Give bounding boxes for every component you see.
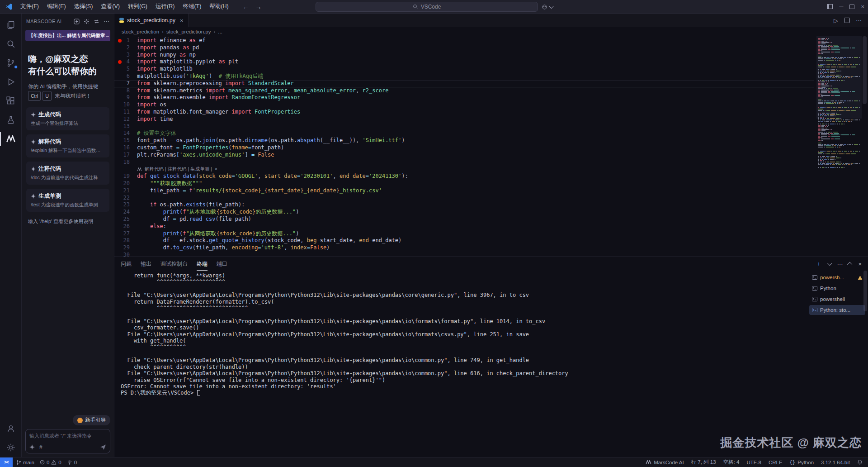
code-line[interactable]: 24 print(f"从本地加载{stock_code}的历史数据..."): [114, 209, 814, 216]
line-number-gutter[interactable]: 6: [114, 73, 137, 80]
context-hash-button[interactable]: #: [39, 444, 42, 450]
remote-indicator[interactable]: ><: [0, 457, 13, 467]
line-number-gutter[interactable]: 22: [114, 195, 137, 202]
quick-action-card[interactable]: 生成代码生成一个冒泡排序算法: [26, 107, 109, 130]
line-number-gutter[interactable]: 19: [114, 173, 137, 180]
line-number-gutter[interactable]: 13: [114, 123, 137, 130]
problems-indicator[interactable]: 0 0: [40, 460, 61, 465]
new-chat-icon[interactable]: [74, 19, 80, 24]
editor-scrollbar[interactable]: [863, 36, 867, 104]
code-line[interactable]: 3import numpy as np: [114, 52, 814, 59]
menu-item[interactable]: 转到(G): [124, 1, 151, 12]
code-line[interactable]: 27 print(f"从网络获取{stock_code}的历史数据..."): [114, 230, 814, 238]
code-line[interactable]: 12import time: [114, 116, 814, 123]
maximize-icon[interactable]: [849, 5, 854, 9]
breadcrumb-item[interactable]: stock_prediction.py: [166, 29, 211, 34]
terminal-list-item[interactable]: Python: [809, 283, 865, 293]
menu-item[interactable]: 帮助(H): [205, 1, 232, 12]
minimap[interactable]: [818, 38, 860, 257]
line-number-gutter[interactable]: 2: [114, 44, 137, 52]
status-item[interactable]: UTF-8: [746, 460, 761, 465]
branch-indicator[interactable]: main: [16, 460, 34, 465]
line-number-gutter[interactable]: 7: [114, 80, 137, 87]
terminal-list-item[interactable]: powersh...: [809, 272, 865, 282]
terminal-prompt[interactable]: PS D:\我的坚果云\VSCode>: [121, 390, 808, 396]
more-icon[interactable]: ⋯: [104, 18, 109, 25]
activity-run-debug[interactable]: [0, 72, 22, 91]
terminal-list-item[interactable]: powershell: [809, 294, 865, 304]
quick-action-card[interactable]: 注释代码/doc 为当前选中的代码生成注释: [26, 162, 109, 185]
toggle-sidebar-icon[interactable]: [827, 4, 833, 9]
code-line[interactable]: 20 """获取股票数据""": [114, 180, 814, 187]
activity-extensions[interactable]: [0, 91, 22, 110]
code-line[interactable]: 7from sklearn.preprocessing import Stand…: [114, 80, 814, 87]
line-number-gutter[interactable]: 27: [114, 230, 137, 238]
panel-close-icon[interactable]: ×: [858, 261, 862, 267]
run-file-icon[interactable]: ▷: [834, 17, 838, 24]
line-number-gutter[interactable]: 18: [114, 159, 137, 166]
editor-more-icon[interactable]: ⋯: [856, 17, 862, 24]
nav-forward-icon[interactable]: →: [255, 3, 262, 10]
line-number-gutter[interactable]: 25: [114, 216, 137, 223]
code-line[interactable]: 26 else:: [114, 223, 814, 230]
line-number-gutter[interactable]: 21: [114, 187, 137, 195]
code-line[interactable]: 21 file_path = f'results/{stock_code}_{s…: [114, 187, 814, 195]
terminal-scrollbar[interactable]: [863, 271, 867, 311]
panel-tab-3[interactable]: 终端: [197, 257, 208, 271]
breadcrumb-item[interactable]: ...: [218, 29, 222, 34]
breakpoint-icon[interactable]: [118, 60, 122, 64]
code-line[interactable]: 8from sklearn.metrics import mean_square…: [114, 87, 814, 95]
history-icon[interactable]: [94, 19, 99, 24]
menu-item[interactable]: 编辑(E): [43, 1, 70, 12]
status-item[interactable]: 空格: 4: [723, 459, 740, 466]
line-number-gutter[interactable]: 28: [114, 237, 137, 244]
status-item[interactable]: 行 7, 列 13: [691, 459, 716, 466]
terminal-list-item[interactable]: Python: sto...: [809, 305, 865, 315]
code-line[interactable]: 14# 设置中文字体: [114, 130, 814, 137]
code-line[interactable]: 11from matplotlib.font_manager import Fo…: [114, 109, 814, 116]
ports-indicator[interactable]: 0: [67, 460, 77, 465]
code-line[interactable]: 16custom_font = FontProperties(fname=fon…: [114, 144, 814, 152]
line-number-gutter[interactable]: 11: [114, 109, 137, 116]
code-line[interactable]: 10import os: [114, 101, 814, 109]
onboarding-button[interactable]: 新手引导: [73, 415, 110, 425]
tab-stock-prediction[interactable]: stock_prediction.py ×: [114, 14, 189, 27]
code-line[interactable]: 2import pandas as pd: [114, 44, 814, 52]
menu-item[interactable]: 查看(V): [97, 1, 124, 12]
panel-tab-0[interactable]: 问题: [121, 257, 132, 271]
panel-maximize-icon[interactable]: [847, 262, 852, 267]
quick-action-card[interactable]: 解释代码/explain 解释一下当前选中函数的功...: [26, 134, 109, 157]
line-number-gutter[interactable]: 15: [114, 137, 137, 144]
codelens-close-icon[interactable]: ×: [215, 166, 217, 173]
menu-item[interactable]: 运行(R): [151, 1, 179, 12]
activity-explorer[interactable]: [0, 15, 22, 34]
notifications-bell[interactable]: [857, 459, 863, 465]
panel-tab-4[interactable]: 端口: [217, 257, 227, 271]
line-number-gutter[interactable]: 26: [114, 223, 137, 230]
line-number-gutter[interactable]: 24: [114, 209, 137, 216]
codelens-actions[interactable]: 解释代码 | 注释代码 | 生成单测 |: [145, 166, 212, 173]
status-item[interactable]: {}Python: [789, 459, 814, 465]
line-number-gutter[interactable]: 30: [114, 252, 137, 257]
menu-item[interactable]: 文件(F): [16, 1, 43, 12]
panel-tab-2[interactable]: 调试控制台: [160, 257, 188, 271]
window-close-icon[interactable]: ×: [861, 3, 864, 10]
terminal-output[interactable]: return func(*args, **kwargs) ^^^^^^^^^^^…: [114, 271, 808, 457]
line-number-gutter[interactable]: 4: [114, 58, 137, 66]
line-number-gutter[interactable]: 17: [114, 152, 137, 159]
status-item[interactable]: 3.12.1 64-bit: [821, 460, 850, 465]
new-terminal-icon[interactable]: ＋: [816, 260, 821, 268]
status-item[interactable]: CRLF: [769, 460, 782, 465]
code-editor[interactable]: 1import efinance as ef2import pandas as …: [114, 36, 868, 257]
line-number-gutter[interactable]: 23: [114, 201, 137, 209]
line-number-gutter[interactable]: 1: [114, 37, 137, 44]
sparkle-icon[interactable]: [29, 444, 35, 450]
code-line[interactable]: 29 df.to_csv(file_path, encoding='utf-8'…: [114, 244, 814, 252]
line-number-gutter[interactable]: 14: [114, 130, 137, 137]
activity-accounts[interactable]: [0, 419, 22, 438]
code-line[interactable]: 23 if os.path.exists(file_path):: [114, 201, 814, 209]
line-number-gutter[interactable]: 20: [114, 180, 137, 187]
breakpoint-icon[interactable]: [118, 39, 122, 43]
code-line[interactable]: 25 df = pd.read_csv(file_path): [114, 216, 814, 223]
split-editor-icon[interactable]: [844, 18, 850, 23]
